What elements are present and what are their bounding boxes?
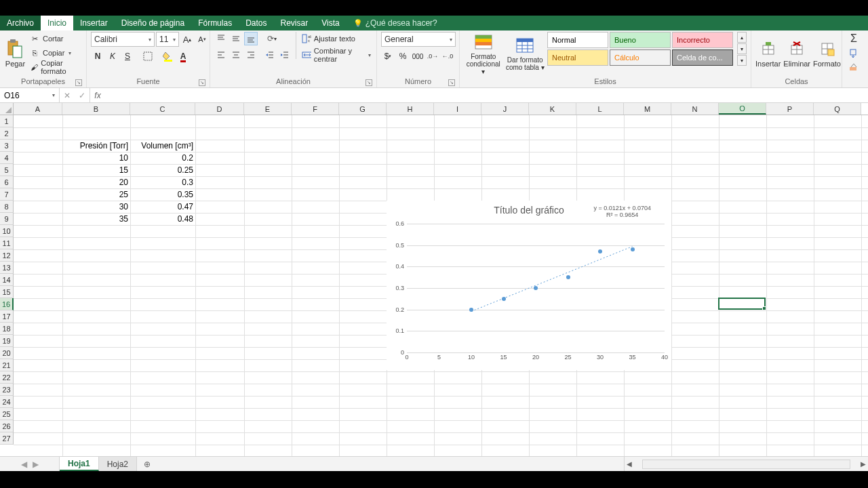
spreadsheet-grid[interactable]: ABCDEFGHIJKLMNOPQ 1234567891011121314151…	[0, 103, 868, 456]
cell[interactable]: 25	[62, 188, 130, 201]
row-header[interactable]: 22	[0, 371, 14, 384]
decrease-decimal-button[interactable]: ←.0	[441, 49, 454, 63]
row-header[interactable]: 10	[0, 225, 14, 237]
row-header[interactable]: 26	[0, 420, 14, 432]
italic-button[interactable]: K	[106, 49, 119, 63]
style-bad[interactable]: Incorrecto	[672, 32, 733, 48]
tab-insertar[interactable]: Insertar	[73, 16, 115, 30]
format-painter-button[interactable]: 🖌Copiar formato	[29, 60, 82, 74]
format-as-table-button[interactable]: Dar formato como tabla ▾	[506, 32, 545, 75]
autosum-button[interactable]: Σ	[846, 32, 861, 45]
add-sheet-button[interactable]: ⊕	[137, 457, 157, 471]
cell[interactable]: 0.25	[130, 164, 195, 176]
wrap-text-button[interactable]: abcAjustar texto	[300, 32, 372, 45]
column-header[interactable]: C	[130, 103, 195, 115]
sheet-nav-next[interactable]: ▶	[33, 460, 39, 469]
cell[interactable]: 0.47	[130, 201, 195, 213]
tab-revisar[interactable]: Revisar	[274, 16, 315, 30]
font-size-combo[interactable]: 11▾	[156, 32, 179, 47]
row-header[interactable]: 4	[0, 152, 14, 164]
column-header[interactable]: I	[434, 103, 481, 115]
insert-cells-button[interactable]: Insertar	[755, 32, 781, 75]
accept-formula-button[interactable]: ✓	[75, 91, 90, 100]
row-header[interactable]: 24	[0, 396, 14, 408]
column-header[interactable]: O	[719, 103, 766, 115]
conditional-formatting-button[interactable]: Formato condicional ▾	[464, 32, 503, 75]
fx-icon[interactable]: fx	[90, 88, 105, 102]
row-header[interactable]: 15	[0, 286, 14, 298]
embedded-chart[interactable]: Título del gráficoy = 0.0121x + 0.0704R²…	[387, 201, 671, 370]
column-header[interactable]: A	[14, 103, 62, 115]
align-right-button[interactable]	[244, 48, 258, 62]
align-bottom-button[interactable]	[244, 32, 258, 45]
fill-button[interactable]	[846, 46, 860, 60]
formula-input[interactable]	[105, 88, 868, 102]
data-point[interactable]	[566, 275, 570, 279]
increase-indent-button[interactable]	[278, 48, 292, 62]
column-header[interactable]: Q	[814, 103, 861, 115]
tab-file[interactable]: Archivo	[0, 16, 41, 30]
paste-button[interactable]: Pegar	[4, 32, 26, 75]
cell[interactable]: Presión [Torr]	[62, 140, 130, 152]
column-header[interactable]: L	[576, 103, 624, 115]
cell[interactable]: 15	[62, 164, 130, 176]
currency-button[interactable]: $▾	[381, 49, 395, 63]
number-format-combo[interactable]: General▾	[381, 32, 456, 47]
sheet-tab[interactable]: Hoja1	[60, 457, 99, 471]
style-check[interactable]: Celda de co...	[672, 49, 733, 66]
comma-button[interactable]: 000	[411, 49, 425, 63]
column-header[interactable]: E	[244, 103, 292, 115]
cell[interactable]: 20	[62, 176, 130, 188]
column-header[interactable]: N	[671, 103, 719, 115]
row-header[interactable]: 6	[0, 176, 14, 188]
font-launcher[interactable]: ↘	[199, 79, 205, 86]
style-calc[interactable]: Cálculo	[610, 49, 671, 66]
percent-button[interactable]: %	[396, 49, 410, 63]
number-launcher[interactable]: ↘	[448, 79, 455, 86]
plot-area[interactable]: 00.10.20.30.40.50.60510152025303540	[407, 224, 665, 352]
row-header[interactable]: 19	[0, 335, 14, 347]
tab-inicio[interactable]: Inicio	[41, 16, 73, 30]
column-header[interactable]: G	[339, 103, 387, 115]
row-header[interactable]: 8	[0, 201, 14, 213]
row-header[interactable]: 17	[0, 310, 14, 323]
cell[interactable]: 0.3	[130, 176, 195, 188]
tell-me-search[interactable]: 💡 ¿Qué desea hacer?	[347, 16, 444, 30]
cell[interactable]: 30	[62, 201, 130, 213]
cell-styles-gallery[interactable]: Normal Bueno Incorrecto Neutral Cálculo …	[547, 32, 733, 66]
column-header[interactable]: D	[195, 103, 244, 115]
style-good[interactable]: Bueno	[610, 32, 671, 48]
data-point[interactable]	[631, 247, 635, 251]
row-header[interactable]: 14	[0, 274, 14, 286]
column-header[interactable]: H	[387, 103, 434, 115]
column-header[interactable]: J	[481, 103, 529, 115]
delete-cells-button[interactable]: Eliminar	[783, 32, 810, 75]
styles-more[interactable]: ▾	[737, 55, 747, 66]
orientation-button[interactable]: ⟳▾	[263, 32, 281, 45]
copy-button[interactable]: ⎘Copiar▾	[29, 46, 82, 60]
cell[interactable]: 10	[62, 152, 130, 164]
data-point[interactable]	[502, 297, 506, 301]
tab-vista[interactable]: Vista	[315, 16, 346, 30]
borders-button[interactable]	[141, 49, 155, 63]
cell[interactable]: 0.2	[130, 152, 195, 164]
styles-scroll-up[interactable]: ▴	[737, 32, 747, 43]
column-header[interactable]: B	[62, 103, 130, 115]
name-box[interactable]: O16▾	[0, 88, 60, 102]
increase-font-button[interactable]: A▴	[180, 33, 194, 46]
horizontal-scrollbar[interactable]: ◀▶	[624, 457, 868, 471]
data-point[interactable]	[598, 249, 602, 253]
sheet-tab[interactable]: Hoja2	[99, 457, 137, 471]
font-name-combo[interactable]: Calibri▾	[91, 32, 155, 47]
row-header[interactable]: 25	[0, 408, 14, 420]
row-header[interactable]: 13	[0, 262, 14, 274]
row-header[interactable]: 12	[0, 249, 14, 262]
bold-button[interactable]: N	[91, 49, 104, 63]
row-header[interactable]: 16	[0, 298, 14, 310]
align-left-button[interactable]	[214, 48, 228, 62]
align-top-button[interactable]	[214, 32, 228, 45]
sheet-nav-prev[interactable]: ◀	[21, 460, 27, 469]
row-header[interactable]: 18	[0, 323, 14, 335]
align-center-button[interactable]	[229, 48, 243, 62]
increase-decimal-button[interactable]: .0→	[426, 49, 439, 63]
